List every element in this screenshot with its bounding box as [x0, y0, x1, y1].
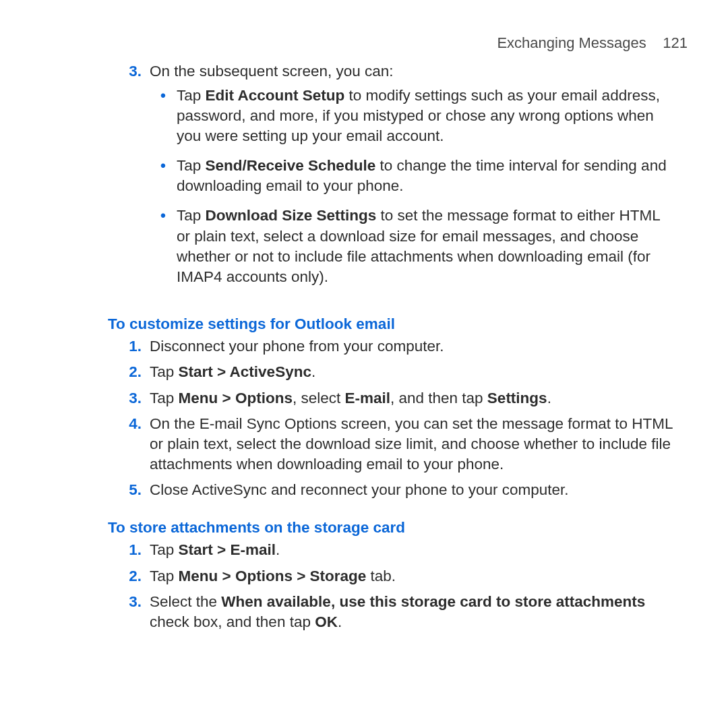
t: tab. [366, 568, 396, 584]
t: Disconnect your phone from your computer… [150, 336, 688, 357]
bullet-text: Tap Send/Receive Schedule to change the … [177, 156, 688, 196]
bullet-text: Tap Download Size Settings to set the me… [177, 206, 688, 287]
section3-list: 1. Tap Start > E-mail. 2. Tap Menu > Opt… [108, 540, 688, 632]
bold: Edit Account Setup [206, 87, 345, 104]
section2-heading: To customize settings for Outlook email [108, 314, 688, 334]
t: , and then tap [390, 390, 487, 406]
step-number-5: 5. [108, 480, 150, 500]
page-number: 121 [663, 34, 688, 51]
t: Select the [150, 593, 221, 610]
section1-step3: 3. On the subsequent screen, you can: • … [108, 61, 688, 297]
bullet-text: Tap Edit Account Setup to modify setting… [177, 86, 688, 146]
section1-list: 3. On the subsequent screen, you can: • … [108, 61, 688, 297]
section3-step2: 2. Tap Menu > Options > Storage tab. [108, 566, 688, 586]
section-title: Exchanging Messages [497, 34, 646, 51]
step-number-4: 4. [108, 414, 150, 475]
bold: E-mail [344, 390, 390, 406]
t: . [276, 541, 280, 558]
step-number-1: 1. [108, 540, 150, 560]
t: Tap [150, 568, 179, 584]
section1-step3-body: On the subsequent screen, you can: • Tap… [150, 61, 688, 297]
bold: Start > ActiveSync [179, 363, 311, 380]
bullet-edit-account: • Tap Edit Account Setup to modify setti… [150, 86, 688, 146]
t: On the E-mail Sync Options screen, you c… [150, 414, 688, 475]
t: . [547, 390, 551, 406]
bold: Settings [487, 390, 547, 406]
section3-step3: 3. Select the When available, use this s… [108, 592, 688, 632]
document-page: Exchanging Messages 121 3. On the subseq… [0, 0, 728, 728]
step-number-2: 2. [108, 362, 150, 382]
t: , select [293, 390, 345, 406]
step-number-2: 2. [108, 566, 150, 586]
section2-step1: 1. Disconnect your phone from your compu… [108, 336, 688, 357]
t: Close ActiveSync and reconnect your phon… [150, 480, 688, 500]
bullet-download-size: • Tap Download Size Settings to set the … [150, 206, 688, 287]
t: Tap Menu > Options > Storage tab. [150, 566, 688, 586]
section2-step4: 4. On the E-mail Sync Options screen, yo… [108, 414, 688, 475]
t: Tap Menu > Options, select E-mail, and t… [150, 388, 688, 408]
bullet-icon: • [150, 86, 177, 146]
t: Tap [177, 157, 206, 174]
section3-heading: To store attachments on the storage card [108, 518, 688, 537]
bold: When available, use this storage card to… [221, 593, 645, 610]
section1-bullets: • Tap Edit Account Setup to modify setti… [150, 86, 688, 287]
t: Tap [150, 541, 179, 558]
bold: Menu > Options [179, 390, 293, 406]
t: Tap [150, 390, 179, 406]
t: Tap [177, 87, 206, 104]
t: . [311, 363, 315, 380]
bold: Start > E-mail [179, 541, 276, 558]
bullet-icon: • [150, 206, 177, 287]
step-number-3: 3. [108, 61, 150, 297]
t: Select the When available, use this stor… [150, 592, 688, 632]
t: . [338, 613, 342, 630]
bullet-icon: • [150, 156, 177, 196]
header-spaces [650, 34, 659, 51]
bold: Send/Receive Schedule [206, 157, 376, 174]
page-header: Exchanging Messages 121 [108, 34, 688, 53]
t: check box, and then tap [150, 613, 315, 630]
step-number-1: 1. [108, 336, 150, 357]
t: Tap [177, 207, 206, 224]
step-number-3: 3. [108, 388, 150, 408]
section2-list: 1. Disconnect your phone from your compu… [108, 336, 688, 500]
section1-step3-intro: On the subsequent screen, you can: [150, 63, 393, 80]
bullet-send-receive: • Tap Send/Receive Schedule to change th… [150, 156, 688, 196]
section2-step2: 2. Tap Start > ActiveSync. [108, 362, 688, 382]
bold: Download Size Settings [206, 207, 377, 224]
t: Tap [150, 363, 179, 380]
section3-step1: 1. Tap Start > E-mail. [108, 540, 688, 560]
t: Tap Start > E-mail. [150, 540, 688, 560]
section2-step5: 5. Close ActiveSync and reconnect your p… [108, 480, 688, 500]
section2-step3: 3. Tap Menu > Options, select E-mail, an… [108, 388, 688, 408]
bold: Menu > Options > Storage [179, 568, 367, 584]
bold: OK [315, 613, 338, 630]
t: Tap Start > ActiveSync. [150, 362, 688, 382]
step-number-3: 3. [108, 592, 150, 632]
